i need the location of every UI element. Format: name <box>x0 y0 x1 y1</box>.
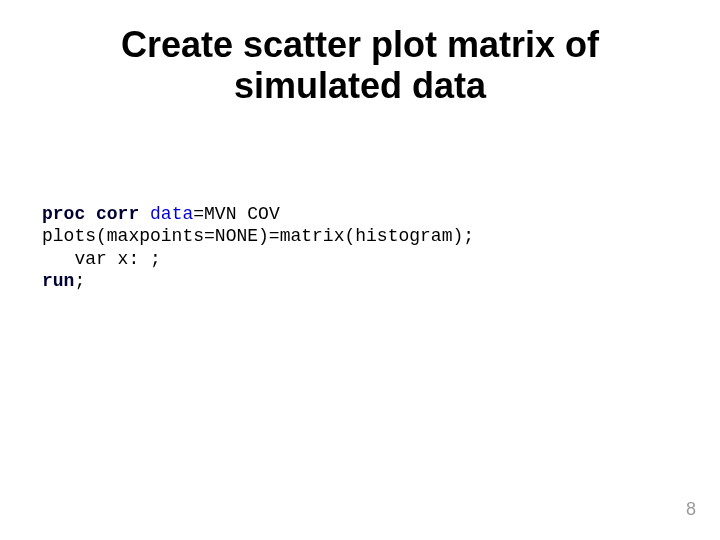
code-indent <box>42 249 74 269</box>
identifier-mvn: MVN <box>204 204 236 224</box>
code-text: ; <box>74 271 85 291</box>
code-text: x: ; <box>107 249 161 269</box>
slide-title: Create scatter plot matrix of simulated … <box>70 24 650 107</box>
page-number: 8 <box>686 499 696 520</box>
identifier-cov: COV <box>247 204 279 224</box>
code-text <box>139 204 150 224</box>
code-text: = <box>193 204 204 224</box>
keyword-run: run <box>42 271 74 291</box>
code-line-2: plots(maxpoints=NONE)=matrix(histogram); <box>42 226 474 246</box>
code-var: var <box>74 249 106 269</box>
slide: Create scatter plot matrix of simulated … <box>0 0 720 540</box>
code-block: proc corr data=MVN COV plots(maxpoints=N… <box>42 203 690 293</box>
keyword-proc-corr: proc corr <box>42 204 139 224</box>
option-data: data <box>150 204 193 224</box>
code-text <box>236 204 247 224</box>
